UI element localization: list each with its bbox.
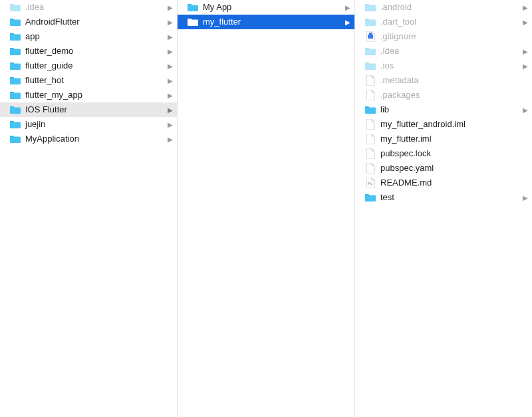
item-label: test bbox=[380, 190, 521, 205]
folder-row[interactable]: My App▶ bbox=[178, 0, 354, 15]
folder-row[interactable]: flutter_hot▶ bbox=[0, 73, 177, 88]
item-label: pubspec.lock bbox=[380, 146, 521, 161]
file-row[interactable]: pubspec.lock bbox=[355, 146, 532, 161]
item-label: .idea bbox=[380, 44, 521, 59]
file-row[interactable]: pubspec.yaml bbox=[355, 161, 532, 176]
svg-rect-1 bbox=[369, 33, 372, 35]
item-label: .android bbox=[380, 0, 521, 15]
item-label: juejin bbox=[25, 117, 166, 132]
file-icon bbox=[364, 74, 376, 86]
folder-row[interactable]: juejin▶ bbox=[0, 117, 177, 132]
chevron-right-icon: ▶ bbox=[166, 19, 174, 26]
folder-row[interactable]: lib▶ bbox=[355, 102, 532, 117]
folder-row[interactable]: AndroidFlutter▶ bbox=[0, 15, 177, 29]
item-label: .ios bbox=[380, 59, 521, 73]
chevron-right-icon: ▶ bbox=[521, 4, 529, 11]
folder-row[interactable]: .android▶ bbox=[355, 0, 532, 15]
chevron-right-icon: ▶ bbox=[166, 4, 174, 11]
file-icon bbox=[364, 31, 376, 43]
folder-row[interactable]: flutter_guide▶ bbox=[0, 59, 177, 73]
file-row[interactable]: my_flutter.iml bbox=[355, 132, 532, 146]
item-label: .dart_tool bbox=[380, 15, 521, 29]
folder-icon bbox=[9, 45, 21, 57]
item-label: flutter_demo bbox=[25, 44, 166, 59]
file-icon bbox=[364, 89, 376, 101]
chevron-right-icon: ▶ bbox=[521, 19, 529, 26]
file-icon bbox=[364, 133, 376, 145]
folder-icon bbox=[9, 74, 21, 86]
folder-icon bbox=[364, 45, 376, 57]
chevron-right-icon: ▶ bbox=[166, 63, 174, 70]
file-icon: M↓ bbox=[364, 177, 376, 189]
folder-icon bbox=[187, 16, 199, 28]
item-label: flutter_hot bbox=[25, 73, 166, 88]
folder-row[interactable]: flutter_demo▶ bbox=[0, 44, 177, 59]
chevron-right-icon: ▶ bbox=[344, 4, 352, 11]
folder-row[interactable]: flutter_my_app▶ bbox=[0, 88, 177, 102]
item-label: .gitignore bbox=[380, 29, 521, 44]
folder-icon bbox=[9, 60, 21, 72]
folder-icon bbox=[9, 133, 21, 145]
folder-icon bbox=[9, 104, 21, 116]
folder-icon bbox=[9, 1, 21, 13]
item-label: README.md bbox=[380, 176, 521, 190]
folder-icon bbox=[187, 1, 199, 13]
file-icon bbox=[364, 148, 376, 160]
folder-row[interactable]: .dart_tool▶ bbox=[355, 15, 532, 29]
chevron-right-icon: ▶ bbox=[521, 106, 529, 114]
svg-text:M↓: M↓ bbox=[368, 181, 372, 186]
item-label: flutter_my_app bbox=[25, 88, 166, 102]
file-row[interactable]: M↓README.md bbox=[355, 176, 532, 190]
item-label: my_flutter.iml bbox=[380, 132, 521, 146]
item-label: .packages bbox=[380, 88, 521, 102]
item-label: AndroidFlutter bbox=[25, 15, 166, 29]
item-label: MyApplication bbox=[25, 132, 166, 146]
item-label: my_flutter bbox=[203, 15, 344, 29]
folder-icon bbox=[9, 118, 21, 130]
item-label: app bbox=[25, 29, 166, 44]
file-row[interactable]: my_flutter_android.iml bbox=[355, 117, 532, 132]
chevron-right-icon: ▶ bbox=[166, 106, 174, 114]
folder-row[interactable]: MyApplication▶ bbox=[0, 132, 177, 146]
column-2[interactable]: .android▶.dart_tool▶.gitignore.idea▶.ios… bbox=[355, 0, 532, 417]
item-label: .metadata bbox=[380, 73, 521, 88]
chevron-right-icon: ▶ bbox=[166, 92, 174, 99]
folder-row[interactable]: .ios▶ bbox=[355, 59, 532, 73]
chevron-right-icon: ▶ bbox=[521, 194, 529, 202]
chevron-right-icon: ▶ bbox=[166, 121, 174, 128]
file-row[interactable]: .packages bbox=[355, 88, 532, 102]
item-label: lib bbox=[380, 102, 521, 117]
item-label: IOS Flutter bbox=[25, 102, 166, 117]
column-1[interactable]: My App▶my_flutter▶ bbox=[178, 0, 355, 417]
chevron-right-icon: ▶ bbox=[521, 48, 529, 55]
folder-row[interactable]: .idea▶ bbox=[0, 0, 177, 15]
file-row[interactable]: .metadata bbox=[355, 73, 532, 88]
folder-icon bbox=[364, 192, 376, 204]
chevron-right-icon: ▶ bbox=[344, 19, 352, 26]
folder-icon bbox=[364, 16, 376, 28]
folder-icon bbox=[364, 1, 376, 13]
item-label: pubspec.yaml bbox=[380, 161, 521, 176]
item-label: my_flutter_android.iml bbox=[380, 117, 521, 132]
file-icon bbox=[364, 162, 376, 174]
folder-icon bbox=[364, 60, 376, 72]
folder-row[interactable]: .idea▶ bbox=[355, 44, 532, 59]
chevron-right-icon: ▶ bbox=[166, 48, 174, 55]
item-label: .idea bbox=[25, 0, 166, 15]
folder-icon bbox=[9, 89, 21, 101]
file-icon bbox=[364, 118, 376, 130]
chevron-right-icon: ▶ bbox=[521, 63, 529, 70]
chevron-right-icon: ▶ bbox=[166, 33, 174, 41]
chevron-right-icon: ▶ bbox=[166, 136, 174, 143]
item-label: flutter_guide bbox=[25, 59, 166, 73]
folder-row[interactable]: test▶ bbox=[355, 190, 532, 205]
folder-row[interactable]: IOS Flutter▶ bbox=[0, 102, 177, 117]
folder-icon bbox=[364, 104, 376, 116]
folder-row[interactable]: app▶ bbox=[0, 29, 177, 44]
svg-rect-0 bbox=[368, 35, 373, 39]
item-label: My App bbox=[203, 0, 344, 15]
folder-row[interactable]: my_flutter▶ bbox=[178, 15, 354, 29]
file-row[interactable]: .gitignore bbox=[355, 29, 532, 44]
folder-icon bbox=[9, 31, 21, 43]
column-0[interactable]: .idea▶AndroidFlutter▶app▶flutter_demo▶fl… bbox=[0, 0, 178, 417]
